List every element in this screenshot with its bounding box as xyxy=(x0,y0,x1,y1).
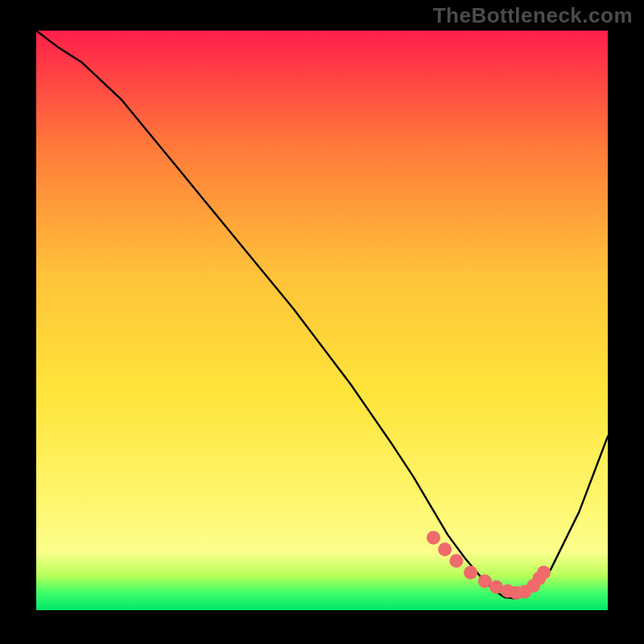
watermark-text: TheBottleneck.com xyxy=(433,3,633,28)
highlight-dot xyxy=(438,543,452,556)
highlight-dot xyxy=(427,531,440,545)
chart-frame: TheBottleneck.com xyxy=(0,0,644,644)
highlight-dot xyxy=(464,566,477,580)
gradient-background xyxy=(36,31,608,610)
plot-area xyxy=(36,31,608,610)
highlight-dot xyxy=(537,566,551,580)
highlight-dot xyxy=(449,554,463,568)
plot-svg xyxy=(36,31,608,610)
